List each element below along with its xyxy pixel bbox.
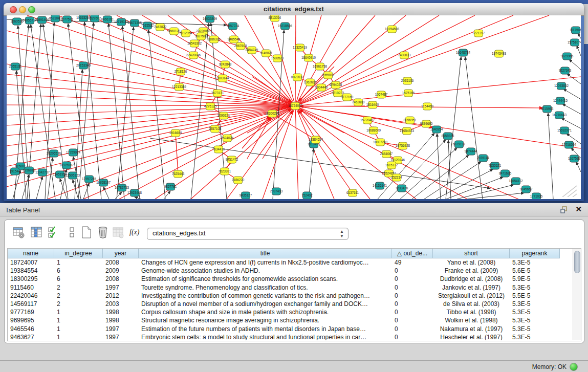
graph-node[interactable]: 1221397 [472,30,485,37]
table-row[interactable]: 2242004622012Investigating the contribut… [8,292,560,300]
column-header-out_de[interactable]: △ out_de... [392,249,433,258]
graph-node[interactable]: 1154469 [421,103,434,110]
graph-node[interactable]: 8822037 [291,74,304,81]
graph-node[interactable]: 18300295 [265,110,280,117]
table-row[interactable]: 1456911722003Disruption of a novel membe… [8,300,560,308]
graph-node[interactable]: 19654923 [400,127,415,135]
column-header-short[interactable]: short [433,249,510,258]
create-table-icon[interactable] [80,226,93,238]
delete-table-icon[interactable] [97,226,109,238]
graph-node[interactable]: 7625443 [172,170,185,178]
graph-node[interactable]: 2718126 [175,68,187,75]
graph-node[interactable]: 8471626 [499,170,512,177]
column-header-in_degree[interactable]: in_degree [54,249,103,258]
graph-node[interactable]: 7632621 [489,162,502,169]
select-rows-icon[interactable] [48,226,60,238]
graph-node[interactable]: 19218506 [278,23,293,30]
column-header-year[interactable]: year [103,249,139,258]
graph-node[interactable]: 7615532 [141,22,154,29]
graph-node[interactable]: 7623381 [219,168,231,175]
graph-node[interactable]: 16648784 [456,49,471,56]
table-row[interactable]: 946554611997Estimation of the future num… [8,325,560,333]
graph-node[interactable]: 1640954 [430,126,443,133]
graph-node[interactable]: 4275125 [204,103,217,110]
graph-node[interactable]: 8096951 [404,117,417,124]
graph-node[interactable]: 10688609 [366,127,381,134]
graph-node[interactable]: 14136141 [373,182,387,189]
graph-node[interactable]: 1733426 [396,185,408,192]
graph-node[interactable]: 5912954 [180,30,192,37]
graph-node[interactable]: 2357108 [209,125,222,133]
graph-node[interactable]: 12444415 [553,97,568,104]
graph-node[interactable]: 2077571 [61,16,74,23]
resize-grip-icon[interactable] [559,184,577,197]
graph-node[interactable]: 1527602 [89,15,101,22]
graph-node[interactable]: 9451472 [226,156,238,163]
graph-node[interactable]: 3673131 [211,90,224,97]
graph-node[interactable]: 1771036 [530,193,543,199]
graph-node[interactable]: 252214 [391,174,402,181]
graph-node[interactable]: 9465546 [228,36,241,43]
graph-node[interactable]: 1362615 [304,79,317,86]
close-panel-icon[interactable]: ✕ [575,205,582,214]
graph-node[interactable]: 10154508 [385,26,400,33]
graph-node[interactable]: 1916688 [169,129,182,137]
graph-node[interactable]: 7634410 [212,146,225,153]
table-row[interactable]: 946362711997Embryonic stem cells: a mode… [8,333,560,340]
table-selector-dropdown[interactable]: citations_edges.txt ▲▼ [147,228,349,240]
graph-node[interactable]: 7463822 [154,24,167,31]
graph-node[interactable]: 1167533 [568,155,581,162]
float-window-icon[interactable] [560,206,569,214]
graph-node[interactable]: 2803144 [216,75,229,82]
graph-node[interactable]: 15720407 [360,117,375,124]
table-row[interactable]: 969969511998Structural magnetic resonanc… [8,316,560,324]
graph-node[interactable]: 16782753 [115,184,129,191]
graph-node[interactable]: 16033809 [203,15,217,23]
graph-node[interactable]: 9777169 [341,94,354,101]
graph-node[interactable]: 9435127 [239,192,252,199]
graph-node[interactable]: 1156813 [23,167,36,174]
graph-node[interactable]: 8660128 [168,28,181,35]
graph-node[interactable]: 2935114 [477,155,490,162]
graph-node[interactable]: 8215953 [541,105,554,113]
table-panel-titlebar[interactable]: Table Panel ✕ [0,203,588,217]
graph-node[interactable]: 7524024 [221,135,234,142]
row-height-icon[interactable] [66,226,78,238]
graph-node[interactable]: 2060536 [11,18,24,25]
graph-node[interactable]: 7955812 [322,72,335,79]
memory-status-indicator[interactable] [570,363,578,371]
graph-node[interactable]: 1067487 [375,91,388,98]
graph-node[interactable]: 14671355 [127,19,142,27]
graph-node[interactable]: 2035106 [401,77,414,84]
graph-node[interactable]: 6879197 [453,141,466,148]
graph-node[interactable]: 1117506 [570,27,581,34]
graph-node[interactable]: 10719155 [114,18,129,26]
graph-node[interactable]: 2055101 [9,63,22,70]
graph-node[interactable]: 12923468 [127,189,142,196]
graph-node[interactable]: 8186328 [208,36,221,43]
graph-node[interactable]: 9827508 [195,33,208,40]
vertical-scrollbar[interactable] [573,249,581,340]
graph-node[interactable]: 16961758 [313,63,328,70]
graph-node[interactable]: 22420046 [186,52,201,59]
network-graph-canvas[interactable]: 2060536140557172089140686310432077571106… [7,15,581,199]
graph-node[interactable]: 7857224 [227,23,239,30]
graph-node[interactable]: 9245652 [520,186,533,193]
graph-node[interactable]: 9904448 [315,84,328,91]
graph-node[interactable]: 15751074 [568,39,581,46]
graph-node[interactable]: 12325419 [293,44,308,51]
table-row[interactable]: 977716911998Corpus callosum shape and si… [8,308,560,316]
graph-node[interactable]: 18807249 [373,139,388,146]
graph-node[interactable]: 19756928 [396,142,410,149]
graph-node[interactable]: 752402 [301,192,313,199]
graph-node[interactable]: 9146821 [260,50,273,57]
network-window-titlebar[interactable]: citations_edges.txt [4,3,584,16]
graph-node[interactable]: 9857791 [164,183,177,190]
graph-node[interactable]: 15692971 [557,127,572,134]
graph-node[interactable]: 10975887 [59,162,74,169]
show-columns-icon[interactable] [30,226,42,238]
graph-node[interactable]: 7186220 [232,177,245,184]
graph-node[interactable]: 391544 [9,168,20,175]
graph-node[interactable]: 9474444 [465,148,477,155]
graph-node[interactable]: 1615132 [385,162,398,169]
